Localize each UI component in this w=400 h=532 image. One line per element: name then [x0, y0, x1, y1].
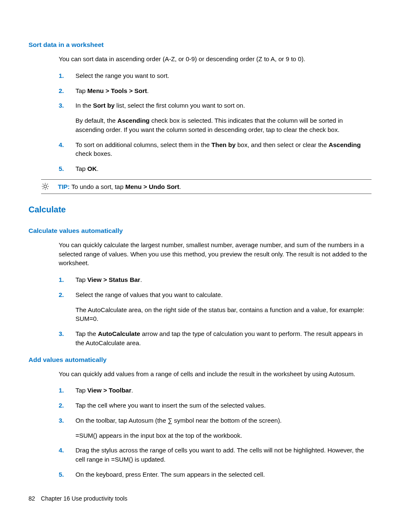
step-bold: Menu > Tools > Sort — [87, 87, 147, 94]
step-bold: AutoCalculate — [98, 330, 140, 337]
steps-sort: Select the range you want to sort. Tap M… — [59, 71, 371, 173]
page: Sort data in a worksheet You can sort da… — [0, 0, 400, 532]
step: To sort on additional columns, select th… — [59, 140, 371, 159]
step-subpara: The AutoCalculate area, on the right sid… — [75, 305, 371, 324]
step-bold: OK — [87, 165, 97, 172]
step: Tap OK. — [59, 164, 371, 173]
heading-sort-data: Sort data in a worksheet — [29, 41, 371, 49]
heading-calculate: Calculate — [29, 205, 371, 214]
tip-text: To undo a sort, tap — [70, 183, 125, 190]
step-bold: View > Toolbar — [87, 387, 131, 394]
steps-add-auto: Tap View > Toolbar. Tap the cell where y… — [59, 386, 371, 479]
step-text: To sort on additional columns, select th… — [75, 141, 211, 148]
intro-add-auto: You can quickly add values from a range … — [59, 369, 371, 379]
step-text: Tap — [75, 276, 87, 283]
step-text: In the — [75, 102, 93, 109]
tip-content: TIP: To undo a sort, tap Menu > Undo Sor… — [58, 183, 371, 190]
page-footer: 82Chapter 16 Use productivity tools — [29, 495, 127, 502]
svg-line-6 — [47, 188, 48, 189]
step-text: Tap — [75, 87, 87, 94]
step-text: . — [147, 87, 149, 94]
step-text: Drag the stylus across the range of cell… — [75, 447, 364, 463]
step: Tap the AutoCalculate arrow and tap the … — [59, 329, 371, 348]
step-bold: Ascending — [329, 141, 361, 148]
step: Tap View > Status Bar. — [59, 275, 371, 284]
step-text: Tap — [75, 165, 87, 172]
step-subpara: =SUM() appears in the input box at the t… — [75, 431, 371, 440]
step-text: On the toolbar, tap Autosum (the ∑ symbo… — [75, 417, 282, 424]
heading-add-auto: Add values automatically — [29, 356, 371, 364]
step-bold: Then by — [211, 141, 236, 148]
svg-point-0 — [44, 185, 47, 188]
svg-line-8 — [47, 184, 48, 185]
heading-calc-auto: Calculate values automatically — [29, 227, 371, 235]
tip-text: . — [179, 183, 181, 190]
step-text: Tap — [75, 387, 87, 394]
tip-bold: Menu > Undo Sort — [125, 183, 179, 190]
step-text: list, select the first column you want t… — [114, 102, 245, 109]
step-text: Select the range of values that you want… — [75, 291, 223, 298]
tip-box: TIP: To undo a sort, tap Menu > Undo Sor… — [41, 179, 371, 194]
intro-calc-auto: You can quickly calculate the largest nu… — [59, 240, 371, 268]
step-bold: Ascending — [117, 117, 150, 124]
page-number: 82 — [29, 495, 35, 502]
tip-label: TIP: — [58, 183, 70, 190]
step-text: box, and then select or clear the — [236, 141, 329, 148]
step-text: check boxes. — [75, 150, 112, 157]
step-text: . — [131, 387, 133, 394]
step: Select the range of values that you want… — [59, 290, 371, 323]
step: Select the range you want to sort. — [59, 71, 371, 80]
step-text: Tap the — [75, 330, 98, 337]
step: Tap the cell where you want to insert th… — [59, 401, 371, 410]
step-bold: Sort by — [93, 102, 115, 109]
tip-icon — [41, 182, 49, 191]
step-text: By default, the — [75, 117, 117, 124]
step: Tap Menu > Tools > Sort. — [59, 86, 371, 96]
step-text: Tap the cell where you want to insert th… — [75, 402, 266, 409]
step: Tap View > Toolbar. — [59, 386, 371, 395]
step: Drag the stylus across the range of cell… — [59, 446, 371, 464]
step-text: . — [140, 276, 142, 283]
svg-line-5 — [43, 184, 44, 185]
svg-line-7 — [43, 188, 44, 189]
step: In the Sort by list, select the first co… — [59, 101, 371, 134]
step-text: Select the range you want to sort. — [75, 72, 169, 79]
step-text: On the keyboard, press Enter. The sum ap… — [75, 471, 265, 478]
steps-calc-auto: Tap View > Status Bar. Select the range … — [59, 275, 371, 348]
intro-sort: You can sort data in ascending order (A-… — [59, 54, 371, 64]
step-subpara: By default, the Ascending check box is s… — [75, 116, 371, 134]
step: On the keyboard, press Enter. The sum ap… — [59, 470, 371, 479]
chapter-label: Chapter 16 Use productivity tools — [41, 495, 127, 502]
step: On the toolbar, tap Autosum (the ∑ symbo… — [59, 416, 371, 440]
step-bold: View > Status Bar — [87, 276, 140, 283]
step-text: . — [97, 165, 99, 172]
